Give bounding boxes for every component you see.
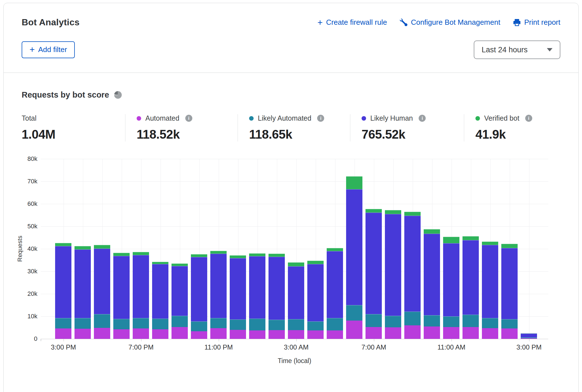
- bar-segment-automated: [501, 328, 518, 339]
- stacked-bar[interactable]: [230, 255, 246, 339]
- bar-segment-likely-human: [346, 189, 362, 305]
- bar-slot: 3:00 PM: [519, 159, 539, 339]
- stacked-bar[interactable]: [152, 262, 168, 339]
- stacked-bar[interactable]: [424, 229, 440, 339]
- bar-segment-likely-automated: [191, 321, 207, 331]
- bar-segment-automated: [191, 331, 207, 339]
- bar-segment-likely-automated: [133, 318, 149, 329]
- x-tick-label: 7:00 PM: [128, 343, 154, 351]
- y-tick-label: 0: [34, 335, 37, 343]
- info-icon[interactable]: i: [419, 115, 426, 122]
- bar-segment-likely-human: [269, 257, 285, 320]
- section-heading: Requests by bot score: [22, 90, 109, 100]
- stacked-bar[interactable]: [55, 243, 71, 339]
- stacked-bar[interactable]: [210, 251, 227, 339]
- bar-segment-likely-automated: [443, 316, 459, 327]
- stacked-bar[interactable]: [172, 263, 188, 339]
- info-icon[interactable]: i: [317, 115, 324, 122]
- bar-slot: 7:00 PM: [131, 159, 151, 339]
- y-axis-ticks: 80k70k60k50k40k30k20k10k0: [25, 159, 41, 339]
- bar-segment-likely-human: [113, 256, 130, 319]
- legend-dot-icon: [362, 116, 366, 121]
- stacked-bar[interactable]: [307, 261, 324, 339]
- wrench-icon: [400, 19, 407, 26]
- bar-segment-verified-bot: [94, 245, 110, 249]
- stacked-bar[interactable]: [327, 248, 343, 339]
- bar-segment-likely-automated: [482, 318, 498, 328]
- chevron-down-icon: [547, 48, 552, 51]
- bar-segment-verified-bot: [210, 251, 227, 254]
- stat-verified-bot: Verified boti41.9k: [464, 114, 560, 141]
- bar-segment-verified-bot: [482, 242, 498, 245]
- configure-bot-management-link[interactable]: Configure Bot Management: [400, 18, 500, 27]
- bar-segment-verified-bot: [269, 254, 285, 257]
- bar-segment-likely-automated: [424, 315, 440, 326]
- y-tick-label: 20k: [28, 290, 37, 298]
- bar-segment-likely-automated: [366, 314, 382, 327]
- bar-segment-verified-bot: [463, 236, 479, 240]
- bar-segment-likely-automated: [307, 321, 324, 330]
- stat-label: Likely Human: [370, 114, 413, 122]
- x-tick-mark: [452, 339, 452, 341]
- y-tick-label: 80k: [28, 155, 37, 163]
- bar-segment-verified-bot: [385, 210, 401, 214]
- bar-segment-automated: [133, 328, 149, 339]
- stacked-bar[interactable]: [482, 242, 498, 339]
- bar-segment-likely-human: [307, 264, 324, 322]
- stacked-bar[interactable]: [288, 262, 304, 339]
- y-tick-label: 50k: [28, 223, 37, 230]
- stacked-bar[interactable]: [501, 244, 518, 339]
- stacked-bar[interactable]: [404, 212, 421, 339]
- bar-slot: [481, 159, 500, 339]
- print-report-link[interactable]: Print report: [513, 18, 560, 27]
- time-range-select[interactable]: Last 24 hours: [474, 40, 560, 59]
- stacked-bar[interactable]: [463, 236, 479, 339]
- bar-segment-likely-automated: [152, 319, 168, 329]
- stacked-bar[interactable]: [191, 254, 207, 339]
- bar-segment-likely-human: [55, 246, 71, 318]
- stacked-bar[interactable]: [75, 246, 91, 339]
- x-tick-mark: [529, 339, 529, 341]
- stacked-bar[interactable]: [94, 245, 110, 339]
- stat-label: Total: [22, 114, 37, 122]
- create-firewall-rule-link[interactable]: + Create firewall rule: [317, 18, 387, 27]
- stacked-bar[interactable]: [385, 210, 401, 339]
- bar-slot: [500, 159, 519, 339]
- bar-segment-likely-human: [172, 266, 188, 316]
- bar-segment-automated: [113, 329, 130, 339]
- stacked-bar[interactable]: [521, 333, 537, 339]
- bar-segment-likely-automated: [288, 319, 304, 330]
- bar-segment-verified-bot: [172, 263, 188, 266]
- bar-segment-likely-human: [210, 254, 227, 318]
- y-tick-label: 40k: [28, 245, 37, 253]
- bar-slot: [112, 159, 131, 339]
- bar-segment-likely-automated: [404, 312, 421, 325]
- x-tick-mark: [64, 339, 64, 341]
- bar-slot: [170, 159, 190, 339]
- stacked-bar[interactable]: [346, 176, 362, 339]
- stat-automated: Automatedi118.52k: [125, 114, 238, 141]
- info-icon[interactable]: i: [185, 115, 192, 122]
- bar-segment-likely-automated: [249, 319, 265, 330]
- stat-likely-automated: Likely Automatedi118.65k: [238, 114, 350, 141]
- bar-slot: [190, 159, 209, 339]
- bar-segment-automated: [269, 330, 285, 339]
- plus-icon: +: [317, 18, 323, 27]
- stat-label: Likely Automated: [258, 114, 311, 122]
- bar-segment-verified-bot: [404, 212, 421, 216]
- bar-slot: [267, 159, 287, 339]
- stacked-bar[interactable]: [269, 254, 285, 339]
- stacked-bar[interactable]: [443, 237, 459, 339]
- stacked-bar[interactable]: [249, 253, 265, 339]
- x-tick-mark: [219, 339, 219, 341]
- add-filter-button[interactable]: + Add filter: [22, 41, 75, 58]
- bar-segment-likely-human: [249, 256, 265, 319]
- stacked-bar[interactable]: [133, 252, 149, 339]
- stacked-bar[interactable]: [113, 253, 130, 339]
- bar-segment-likely-automated: [113, 319, 130, 329]
- stacked-bar[interactable]: [366, 209, 382, 339]
- bar-segment-verified-bot: [288, 262, 304, 266]
- info-icon[interactable]: i: [525, 115, 532, 122]
- chart-plot-area: 3:00 PM7:00 PM11:00 PM3:00 AM7:00 AM11:0…: [41, 159, 548, 339]
- bar-segment-automated: [424, 326, 440, 339]
